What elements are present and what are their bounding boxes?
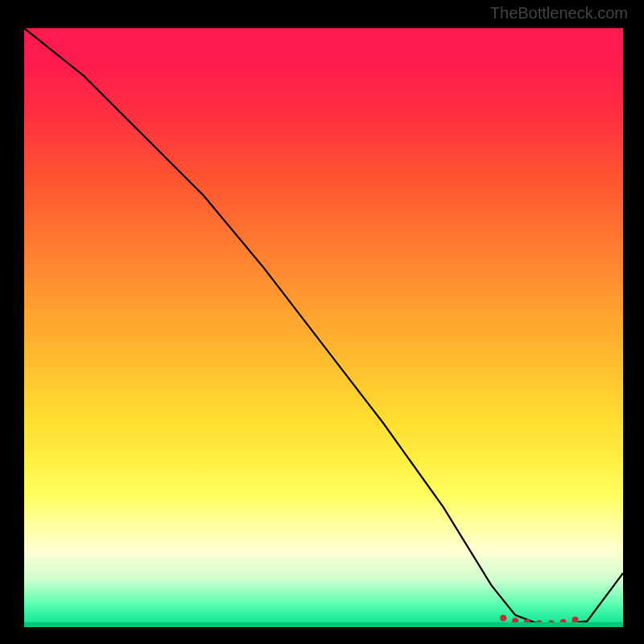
- chart-plot-area: [24, 28, 623, 627]
- chart-svg: [24, 28, 623, 627]
- watermark-text: TheBottleneck.com: [490, 4, 628, 23]
- marker-dot: [500, 615, 506, 621]
- chart-baseline-band: [24, 622, 623, 627]
- bottleneck-curve-line: [24, 28, 623, 624]
